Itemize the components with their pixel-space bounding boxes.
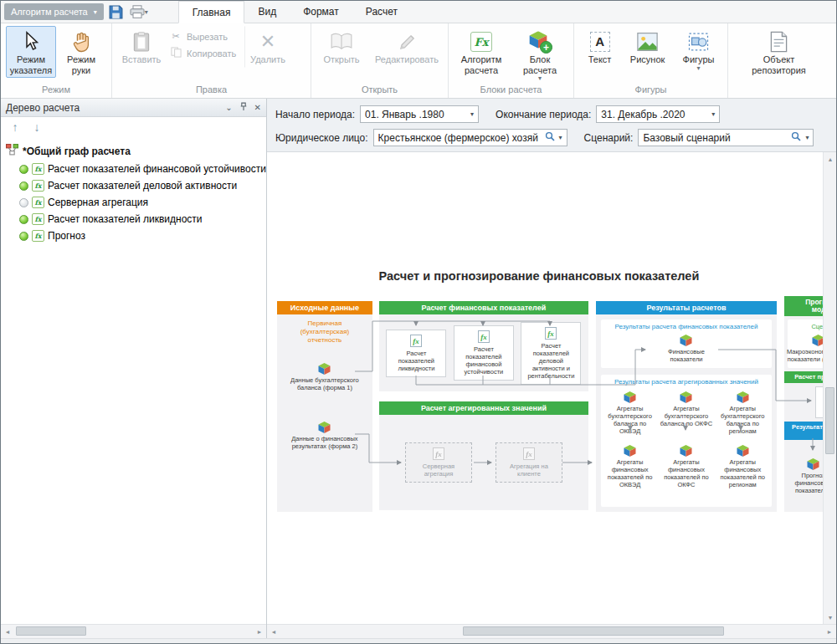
node-label: Финансовые показатели	[653, 348, 720, 363]
section-title: Результаты расчета финансовых показателе…	[603, 323, 770, 330]
shapes-button[interactable]: Фигуры ▾	[675, 26, 722, 74]
scroll-right-icon[interactable]: ►	[253, 625, 266, 638]
status-icon	[19, 181, 28, 191]
chevron-down-icon: ▾	[470, 110, 474, 118]
tree-item[interactable]: fx Прогноз	[1, 227, 266, 244]
column-header: Расчет финансовых показателей	[379, 301, 588, 314]
diagram-node[interactable]: Серверная агрегация	[405, 442, 472, 483]
text-icon: A	[590, 29, 610, 54]
scrollbar-track[interactable]	[280, 625, 823, 638]
scroll-left-icon[interactable]: ◄	[1, 625, 14, 638]
diagram-node[interactable]: Агрегаты финансовых показателей по ОКВЭД	[603, 445, 657, 488]
tree-horizontal-scrollbar[interactable]: ◄ ►	[1, 624, 266, 638]
scrollbar-thumb[interactable]	[16, 626, 86, 636]
search-icon[interactable]	[545, 131, 555, 144]
pin-icon[interactable]	[239, 102, 248, 113]
calc-algorithm-button[interactable]: Fx Алгоритм расчета	[454, 26, 509, 78]
hand-mode-label: Режим руки	[61, 54, 101, 75]
ribbon-group-shapes: A Текст Рисунок Фигуры ▾ Фигуры	[573, 23, 727, 98]
column-header: Результаты расчетов	[596, 301, 777, 314]
diagram-node[interactable]: Расчет показателей ликвидности	[386, 330, 446, 377]
diagram-node[interactable]: Данные о финансовых результатах (форма 2…	[289, 422, 361, 450]
diagram-node[interactable]: Агрегаты бухгалтерского баланса по регио…	[716, 391, 770, 435]
scroll-right-icon[interactable]: ►	[823, 625, 836, 638]
diagram-canvas[interactable]: Расчет и прогнозирование финансовых пока…	[267, 152, 836, 624]
period-start-select[interactable]: 01. Январь .1980 ▾	[360, 105, 479, 123]
scrollbar-thumb[interactable]	[463, 626, 724, 636]
save-button[interactable]	[107, 3, 125, 20]
diagram-node[interactable]: Агрегаты бухгалтерского баланса по ОКФС	[659, 391, 713, 435]
diagram-node[interactable]: Агрегация на клиенте	[496, 442, 562, 483]
tab-raschet[interactable]: Расчет	[352, 1, 411, 23]
fx-icon: fx	[32, 230, 44, 242]
section-title: Результаты расчета агрегированных значен…	[603, 378, 770, 386]
node-label: Агрегаты финансовых показателей по регио…	[716, 458, 770, 488]
hand-mode-button[interactable]: Режим руки	[58, 26, 105, 78]
diagram-node[interactable]: Данные бухгалтерского баланса (форма 1)	[289, 363, 361, 391]
tree-item[interactable]: fx Расчет показателей финансовой устойчи…	[1, 161, 266, 177]
cube-icon	[624, 445, 636, 457]
legal-entity-select[interactable]: Крестьянское (фермерское) хозяй ▾	[373, 129, 567, 146]
cube-icon	[318, 422, 331, 433]
scenario-select[interactable]: Базовый сценарий ▾	[638, 129, 814, 146]
diagram-column-calc[interactable]: Расчет финансовых показателей Расчет пок…	[379, 301, 588, 510]
ribbon-group-label	[730, 84, 828, 98]
move-up-button[interactable]: ↑	[9, 120, 21, 134]
tree-item[interactable]: fx Серверная агрегация	[1, 194, 266, 211]
chevron-down-icon: ▾	[94, 8, 97, 16]
cut-button[interactable]: ✂ Вырезать	[169, 31, 241, 42]
tree-root[interactable]: *Общий граф расчета	[1, 142, 266, 161]
scrollbar-track[interactable]	[14, 625, 253, 638]
diagram-node[interactable]: Расчет показателей финансовой устойчивос…	[454, 325, 514, 381]
diagram-column-results[interactable]: Результаты расчетов Результаты расчета ф…	[596, 301, 777, 512]
pointer-mode-button[interactable]: Режим указателя	[6, 26, 56, 78]
print-button[interactable]: ▾	[128, 3, 150, 20]
scrollbar-track[interactable]	[824, 166, 836, 611]
picture-button[interactable]: Рисунок	[623, 26, 672, 68]
diagram-node[interactable]: Агрегаты финансовых показателей по ОКФС	[659, 445, 713, 488]
node-label: Данные бухгалтерского баланса (форма 1)	[289, 376, 361, 391]
node-label: Расчет показателей ликвидности	[388, 350, 444, 372]
scissors-icon: ✂	[169, 31, 182, 42]
node-label: Расчет показателей финансовой устойчивос…	[456, 345, 511, 376]
edit-button[interactable]: Редактировать	[372, 26, 442, 68]
chevron-down-icon: ▾	[711, 110, 715, 118]
tab-format[interactable]: Формат	[290, 1, 352, 23]
calc-block-button[interactable]: + Блок расчета ▾	[512, 26, 567, 84]
app-menu-button[interactable]: Алгоритм расчета ▾	[4, 3, 104, 20]
diagram-title: Расчет и прогнозирование финансовых пока…	[284, 269, 794, 283]
parameters-form: Начало периода: 01. Январь .1980 ▾ Оконч…	[267, 99, 836, 152]
diagram-node[interactable]: Расчет показателей деловой активности и …	[521, 322, 581, 385]
tree-item[interactable]: fx Расчет показателей ликвидности	[1, 211, 266, 227]
status-icon	[19, 215, 28, 224]
paste-label: Вставить	[122, 54, 162, 65]
tab-glavnaya[interactable]: Главная	[178, 1, 245, 23]
text-button[interactable]: A Текст	[579, 26, 620, 68]
diagram-node[interactable]: Финансовые показатели	[653, 335, 720, 363]
copy-icon	[169, 47, 182, 59]
print-dropdown-icon[interactable]: ▾	[145, 8, 148, 16]
open-button[interactable]: Открыть	[316, 26, 367, 68]
move-down-button[interactable]: ↓	[31, 120, 43, 134]
scrollbar-thumb[interactable]	[825, 387, 834, 454]
panel-menu-icon[interactable]: ⌄	[225, 103, 232, 112]
period-end-select[interactable]: 31. Декабрь .2020 ▾	[596, 105, 720, 123]
close-icon[interactable]: ✕	[254, 103, 261, 112]
diagram-node[interactable]: Агрегаты финансовых показателей по регио…	[716, 445, 770, 488]
diagram-node[interactable]: Агрегаты бухгалтерского баланса по ОКВЭД	[603, 391, 657, 435]
copy-button[interactable]: Копировать	[169, 47, 241, 59]
scroll-down-icon[interactable]: ▼	[824, 611, 836, 624]
tab-vid[interactable]: Вид	[244, 1, 290, 23]
delete-button[interactable]: ✕ Удалить	[244, 26, 291, 68]
repo-object-button[interactable]: Объект репозитория	[744, 26, 814, 78]
canvas-vertical-scrollbar[interactable]: ▲ ▼	[823, 152, 836, 624]
canvas-horizontal-scrollbar[interactable]: ◄ ►	[267, 624, 836, 638]
scroll-up-icon[interactable]: ▲	[824, 152, 836, 166]
tree-item[interactable]: fx Расчет показателей деловой активности	[1, 177, 266, 194]
diagram-column-source[interactable]: Исходные данные Первичная (бухгалтерская…	[277, 301, 372, 512]
fx-doc-icon	[433, 447, 444, 460]
search-icon[interactable]	[791, 131, 801, 144]
shapes-icon	[688, 29, 709, 54]
paste-button[interactable]: Вставить	[117, 26, 166, 68]
scroll-left-icon[interactable]: ◄	[267, 625, 280, 638]
